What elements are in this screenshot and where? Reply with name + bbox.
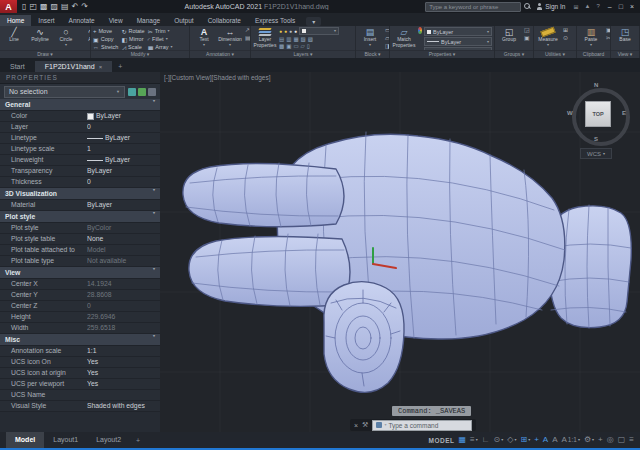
group-edit-icon[interactable]: ▣ [524, 35, 530, 42]
panel-label-draw[interactable]: Draw ▾ [0, 50, 90, 58]
command-input[interactable]: ▾ Type a command [372, 420, 472, 431]
layer-color-icon[interactable]: ● [294, 28, 297, 34]
selection-dropdown[interactable]: No selection▼ [4, 86, 125, 98]
tab-insert[interactable]: Insert [31, 15, 61, 26]
tool-match-properties[interactable]: ▱Match Properties [392, 27, 416, 48]
redo-icon[interactable]: ↷ [81, 0, 88, 13]
panel-label-layers[interactable]: Layers ▾ [251, 50, 355, 58]
alert-icon[interactable]: ▲ [584, 3, 590, 10]
tool-array[interactable]: ▦Array▾ [148, 43, 173, 50]
tool-rotate[interactable]: ↻Rotate [121, 27, 144, 35]
maximize-button[interactable]: □ [619, 3, 623, 10]
new-tab-button[interactable]: + [112, 61, 128, 72]
close-button[interactable]: × [630, 3, 634, 10]
id-point-icon[interactable]: ⊙ [563, 35, 568, 42]
leader-icon[interactable]: ↗ [245, 27, 250, 34]
help-icon[interactable]: ? [596, 3, 599, 10]
ortho-icon[interactable]: ∟ [482, 432, 490, 448]
ungroup-icon[interactable]: ◲ [524, 27, 530, 34]
save-as-icon[interactable]: ▨ [51, 0, 59, 13]
cut-icon[interactable]: ✂ [606, 35, 610, 42]
property-value[interactable]: 1 [87, 144, 160, 154]
tool-base[interactable]: ◳Base [613, 27, 637, 43]
command-close-icon[interactable]: × [354, 422, 358, 429]
tool-line[interactable]: ╱Line [2, 27, 26, 43]
property-value[interactable]: None [87, 234, 160, 244]
edit-block-icon[interactable]: ▱ [385, 35, 389, 42]
layout-tab-layout1[interactable]: Layout1 [44, 432, 87, 448]
property-value[interactable]: 0 [87, 122, 160, 132]
tool-mirror[interactable]: ◧Mirror [121, 35, 144, 43]
undo-icon[interactable]: ↶ [72, 0, 79, 13]
tool-insert[interactable]: ▤Insert▾ [358, 27, 382, 47]
tool-circle[interactable]: ○Circle▾ [54, 27, 78, 47]
section-header-plot-style[interactable]: Plot style▾ [0, 211, 160, 223]
tool-trim[interactable]: ✂Trim▾ [148, 27, 173, 35]
select-objects-icon[interactable] [148, 88, 156, 96]
file-tab-start[interactable]: Start [0, 61, 35, 72]
layout-tab-layout2[interactable]: Layout2 [87, 432, 130, 448]
property-value[interactable]: ByLayer [87, 166, 160, 176]
snap-icon[interactable]: ≡▾ [470, 432, 478, 448]
tab-express-tools[interactable]: Express Tools [248, 15, 302, 26]
osnap-icon[interactable]: ⊞▾ [520, 432, 530, 448]
panel-label-utilities[interactable]: Utilities ▾ [534, 50, 576, 58]
save-icon[interactable]: ▩ [40, 0, 48, 13]
annotation-visibility-icon[interactable]: A [543, 432, 548, 448]
hand-model[interactable] [183, 132, 631, 392]
block-attributes-icon[interactable]: ◨ [385, 43, 389, 50]
layer-on-icon[interactable]: ● [279, 28, 282, 34]
application-menu-button[interactable]: A [0, 0, 17, 13]
model-space-label[interactable]: MODEL [428, 437, 454, 444]
property-value[interactable]: Yes [87, 357, 160, 367]
viewcube-west[interactable]: W [567, 110, 573, 116]
tool-scale[interactable]: ◿Scale [121, 43, 144, 50]
tool-dimension[interactable]: ↔Dimension▾ [218, 27, 242, 47]
toggle-value-icon[interactable] [128, 88, 136, 96]
layout-tab-model[interactable]: Model [6, 432, 44, 448]
annotation-scale-icon[interactable]: A1:1▾ [562, 432, 580, 448]
open-file-icon[interactable]: ◰ [29, 0, 37, 13]
graphics-performance-icon[interactable]: ▢ [618, 432, 626, 448]
grid-icon[interactable]: ▦ [458, 432, 466, 448]
tab-home[interactable]: Home [0, 15, 31, 26]
tool-copy[interactable]: ▣Copy [93, 35, 118, 43]
layer-tool-icon[interactable]: ▯ [307, 43, 310, 49]
new-file-icon[interactable]: ▯ [22, 0, 26, 13]
wcs-dropdown[interactable]: WCS▾ [580, 148, 612, 159]
tool-polyline[interactable]: ∿Polyline [28, 27, 52, 43]
layer-freeze-icon[interactable]: ● [284, 28, 287, 34]
property-value[interactable] [87, 390, 160, 400]
property-value[interactable]: Yes [87, 379, 160, 389]
layer-tool-icon[interactable]: ▥ [286, 36, 291, 42]
tool-measure[interactable]: Measure▾ [536, 27, 560, 47]
tool-layer-properties[interactable]: Layer Properties [253, 27, 277, 48]
property-value[interactable]: 0 [87, 177, 160, 187]
workspace-icon[interactable]: ⚙▾ [584, 432, 594, 448]
property-value[interactable]: ByLayer [87, 155, 160, 165]
layer-tool-icon[interactable]: ▱ [301, 43, 305, 49]
property-value[interactable]: ByLayer [87, 111, 160, 121]
file-tab-f1p2d1v1hand[interactable]: F1P2D1V1hand× [35, 61, 112, 72]
quick-calc-icon[interactable]: ⊞ [563, 27, 568, 34]
property-value[interactable]: 1:1 [87, 346, 160, 356]
tab-view[interactable]: View [102, 15, 130, 26]
property-value[interactable]: ByLayer [87, 133, 160, 143]
viewcube-east[interactable]: E [622, 110, 626, 116]
new-layout-button[interactable]: + [130, 437, 146, 444]
color-wheel-icon[interactable] [418, 27, 422, 34]
isolate-icon[interactable]: ◎ [607, 432, 614, 448]
plot-icon[interactable]: ▤ [61, 0, 69, 13]
signin-button[interactable]: Sign In [545, 3, 565, 10]
layer-tool-icon[interactable]: ▨ [308, 36, 313, 42]
layer-tool-icon[interactable]: ▭ [293, 43, 298, 49]
command-customize-icon[interactable]: ⚒ [362, 421, 368, 429]
tab-collaborate[interactable]: Collaborate [201, 15, 248, 26]
command-dropdown-icon[interactable]: ▾ [384, 423, 386, 427]
drawing-canvas[interactable]: [-][Custom View][Shaded with edges] N E … [160, 72, 640, 432]
panel-label-clipboard[interactable]: Clipboard [577, 50, 610, 58]
viewport-controls-label[interactable]: [-][Custom View][Shaded with edges] [164, 74, 270, 81]
property-value[interactable]: ByLayer [87, 200, 160, 210]
layer-lock-icon[interactable]: ● [289, 28, 292, 34]
tool-stretch[interactable]: ↔Stretch [93, 43, 118, 50]
